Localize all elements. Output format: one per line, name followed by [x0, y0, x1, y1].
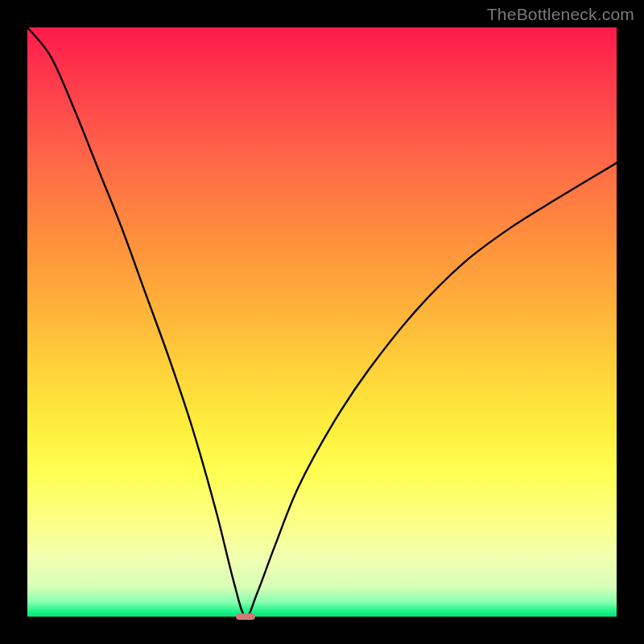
watermark-text: TheBottleneck.com — [487, 5, 634, 24]
minimum-marker — [236, 613, 254, 620]
bottleneck-curve — [27, 27, 617, 617]
chart-container: TheBottleneck.com — [0, 0, 644, 644]
plot-area — [27, 27, 617, 617]
